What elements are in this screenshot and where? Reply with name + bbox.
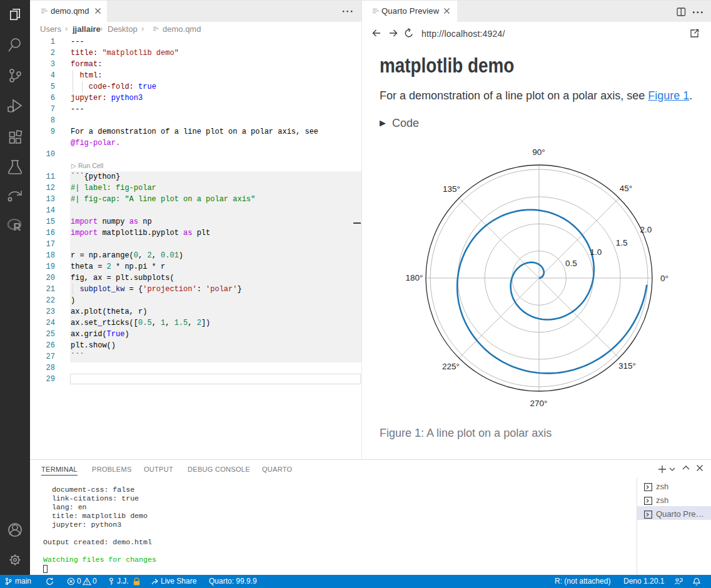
- svg-text:270°: 270°: [530, 399, 548, 408]
- svg-text:45°: 45°: [620, 184, 632, 193]
- svg-text:2.0: 2.0: [640, 225, 652, 234]
- svg-text:225°: 225°: [442, 362, 460, 371]
- svg-text:180°: 180°: [406, 273, 423, 282]
- svg-text:1.5: 1.5: [616, 238, 628, 247]
- svg-text:0°: 0°: [660, 274, 668, 283]
- svg-text:315°: 315°: [618, 361, 636, 371]
- svg-text:90°: 90°: [532, 147, 545, 157]
- svg-text:0.5: 0.5: [565, 259, 577, 268]
- svg-text:1.0: 1.0: [590, 247, 602, 257]
- svg-text:135°: 135°: [443, 184, 460, 194]
- svg-text:R: R: [13, 221, 21, 233]
